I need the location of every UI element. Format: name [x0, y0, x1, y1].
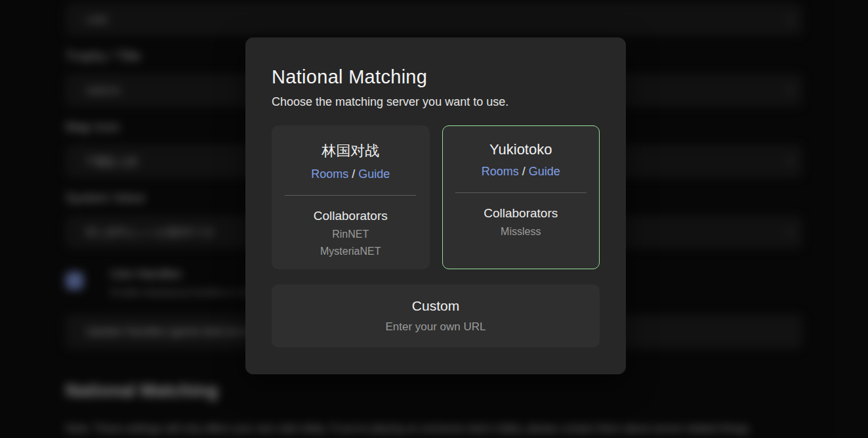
guide-link[interactable]: Guide	[358, 167, 390, 181]
custom-server-card[interactable]: Custom Enter your own URL	[272, 284, 600, 347]
national-matching-modal: National Matching Choose the matching se…	[245, 37, 626, 374]
custom-title: Custom	[272, 298, 600, 314]
modal-title: National Matching	[272, 66, 600, 88]
divider	[455, 192, 587, 193]
collaborators-heading: Collaborators	[443, 206, 600, 221]
server-name: Yukiotoko	[443, 141, 600, 158]
server-links: Rooms / Guide	[443, 165, 600, 179]
server-links: Rooms / Guide	[272, 167, 429, 181]
guide-link[interactable]: Guide	[529, 165, 560, 178]
server-name: 林国对战	[272, 141, 429, 161]
collaborator-name: MysteriaNET	[272, 246, 429, 257]
server-card-linguo[interactable]: 林国对战 Rooms / Guide Collaborators RinNET …	[272, 125, 430, 269]
modal-subtitle: Choose the matching server you want to u…	[272, 95, 600, 109]
divider	[285, 195, 416, 196]
collaborators-heading: Collaborators	[272, 209, 429, 223]
collaborator-name: Missless	[443, 226, 600, 238]
rooms-link[interactable]: Rooms	[311, 167, 348, 181]
custom-subtitle: Enter your own URL	[272, 320, 600, 334]
collaborator-name: RinNET	[272, 229, 429, 240]
link-separator: /	[348, 167, 358, 181]
server-options-row: 林国对战 Rooms / Guide Collaborators RinNET …	[272, 125, 600, 269]
link-separator: /	[519, 165, 529, 178]
server-card-yukiotoko[interactable]: Yukiotoko Rooms / Guide Collaborators Mi…	[442, 125, 600, 269]
rooms-link[interactable]: Rooms	[482, 165, 519, 178]
